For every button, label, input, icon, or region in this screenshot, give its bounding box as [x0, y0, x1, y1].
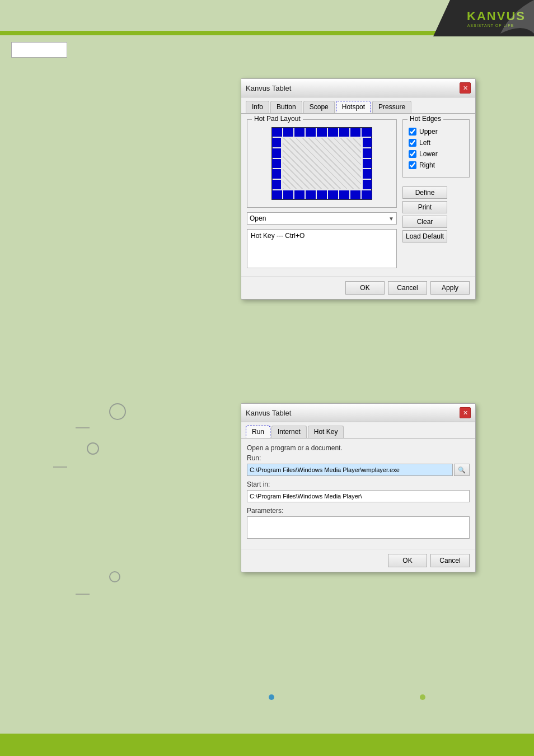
dialog-title-2: Kanvus Tablet: [246, 409, 291, 417]
deco-dash-3: [76, 594, 90, 595]
hotpad-visual: [271, 127, 372, 200]
tab-button[interactable]: Button: [270, 101, 302, 113]
close-button-1[interactable]: ✕: [460, 82, 471, 94]
dropdown-arrow-icon: ▼: [388, 216, 394, 222]
checkbox-upper-label: Upper: [419, 128, 438, 136]
print-button[interactable]: Print: [402, 201, 447, 213]
dialog-title-1: Kanvus Tablet: [246, 84, 291, 92]
action-dropdown[interactable]: Open ▼: [247, 212, 397, 225]
browse-icon: 🔍: [458, 466, 466, 474]
checkbox-lower-row: Lower: [409, 150, 463, 158]
run-label: Run:: [247, 454, 470, 462]
dialog-titlebar-2: Kanvus Tablet ✕: [241, 404, 475, 422]
dialog1-two-col: Hot Pad Layout: [247, 119, 470, 270]
hot-pad-layout-section: Hot Pad Layout: [247, 119, 397, 270]
deco-dash-1: [76, 427, 90, 428]
deco-circle-3: [109, 571, 120, 582]
right-col: Hot Edges Upper Left Lower: [402, 119, 470, 270]
dialog-run: Kanvus Tablet ✕ Run Internet Hot Key Ope…: [241, 403, 476, 572]
dialog-hotspot: Kanvus Tablet ✕ Info Button Scope Hotspo…: [241, 78, 476, 300]
tab-bar-1: Info Button Scope Hotspot Pressure: [241, 97, 475, 114]
start-in-value: C:\Program Files\Windows Media Player\: [250, 493, 362, 500]
checkbox-right-row: Right: [409, 161, 463, 169]
ok-button-2[interactable]: OK: [388, 554, 427, 567]
dialog1-footer: OK Cancel Apply: [241, 276, 475, 299]
dropdown-value: Open: [250, 214, 266, 222]
deco-dot-1: [269, 694, 274, 700]
run-value: C:\Program Files\Windows Media Player\wm…: [250, 466, 400, 473]
cancel-button-2[interactable]: Cancel: [430, 554, 470, 567]
dialog1-body: Hot Pad Layout: [241, 114, 475, 276]
tab-run[interactable]: Run: [246, 426, 270, 438]
cancel-button-1[interactable]: Cancel: [388, 281, 427, 295]
checkbox-lower-label: Lower: [419, 150, 438, 158]
close-button-2[interactable]: ✕: [460, 407, 471, 418]
define-button[interactable]: Define: [402, 186, 447, 199]
start-in-label: Start in:: [247, 480, 470, 488]
hot-pad-box: Hot Pad Layout: [247, 119, 397, 208]
tab-info[interactable]: Info: [246, 101, 269, 113]
page-curl-icon: [500, 0, 534, 34]
tab-pressure[interactable]: Pressure: [372, 101, 411, 113]
checkbox-upper[interactable]: [409, 128, 416, 136]
apply-button-1[interactable]: Apply: [430, 281, 470, 295]
start-in-field-row: Start in: C:\Program Files\Windows Media…: [247, 480, 470, 502]
checkbox-left-label: Left: [419, 139, 430, 147]
hot-pad-label: Hot Pad Layout: [252, 115, 303, 123]
hotpad-inner: [283, 138, 361, 189]
run-input-container: C:\Program Files\Windows Media Player\wm…: [247, 464, 470, 476]
deco-dash-2: [53, 466, 67, 468]
parameters-label: Parameters:: [247, 507, 470, 515]
checkbox-lower[interactable]: [409, 150, 416, 158]
tab-internet[interactable]: Internet: [271, 426, 307, 438]
edge-top: [271, 127, 372, 137]
tab-hotspot[interactable]: Hotspot: [336, 101, 371, 113]
edge-bottom: [271, 190, 372, 200]
parameters-input[interactable]: [247, 516, 470, 539]
hotkey-display: Hot Key --- Ctrl+O: [247, 229, 397, 268]
ok-button-1[interactable]: OK: [345, 281, 385, 295]
checkbox-upper-row: Upper: [409, 128, 463, 136]
deco-circle-2: [87, 442, 99, 455]
dialog-titlebar-1: Kanvus Tablet ✕: [241, 79, 475, 97]
dropdown-row: Open ▼: [247, 212, 397, 225]
edge-right: [362, 137, 372, 190]
tab-bar-2: Run Internet Hot Key: [241, 422, 475, 438]
browse-button[interactable]: 🔍: [454, 464, 470, 476]
checkbox-left-row: Left: [409, 139, 463, 147]
checkbox-right-label: Right: [419, 161, 435, 169]
clear-button[interactable]: Clear: [402, 216, 447, 228]
checkbox-right[interactable]: [409, 161, 416, 169]
checkbox-left[interactable]: [409, 139, 416, 147]
dialog2-footer: OK Cancel: [241, 549, 475, 572]
dialog2-body: Open a program or a document. Run: C:\Pr…: [241, 438, 475, 549]
hot-edges-label: Hot Edges: [407, 115, 443, 123]
hot-edges-box: Hot Edges Upper Left Lower: [402, 119, 470, 178]
dialog2-description: Open a program or a document.: [247, 444, 470, 452]
load-default-button[interactable]: Load Default: [402, 230, 447, 242]
bottom-accent-bar: [0, 734, 534, 756]
tab-hotkey[interactable]: Hot Key: [308, 426, 344, 438]
tab-scope[interactable]: Scope: [303, 101, 335, 113]
start-in-input[interactable]: C:\Program Files\Windows Media Player\: [247, 490, 470, 502]
deco-circle-1: [109, 403, 126, 420]
edge-left: [271, 137, 282, 190]
side-buttons: Define Print Clear Load Default: [402, 186, 470, 242]
run-field-row: Run: C:\Program Files\Windows Media Play…: [247, 454, 470, 476]
deco-dot-2: [420, 694, 425, 700]
parameters-field-row: Parameters:: [247, 507, 470, 539]
run-input[interactable]: C:\Program Files\Windows Media Player\wm…: [247, 464, 453, 476]
hotkey-text: Hot Key --- Ctrl+O: [251, 232, 305, 240]
top-left-rect: [11, 42, 67, 58]
